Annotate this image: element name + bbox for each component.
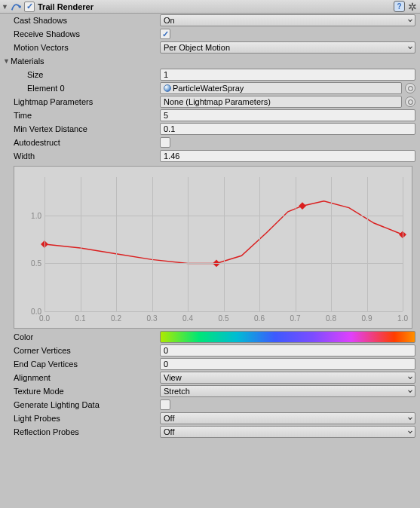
- cast-shadows-row: Cast Shadows On: [0, 14, 420, 27]
- materials-size-field[interactable]: 1: [160, 69, 415, 81]
- foldout-icon[interactable]: ▼: [2, 3, 9, 11]
- light-probes-row: Light Probes Off: [0, 412, 420, 425]
- alignment-select[interactable]: View: [160, 372, 415, 384]
- x-tick-label: 0.0: [39, 314, 50, 323]
- object-picker-icon[interactable]: [405, 83, 415, 93]
- alignment-label: Alignment: [14, 373, 160, 382]
- y-tick-label: 0.5: [31, 259, 41, 268]
- width-row: Width 1.46: [0, 149, 420, 163]
- generate-lighting-row: Generate Lighting Data: [0, 398, 420, 412]
- end-cap-vertices-label: End Cap Vertices: [14, 360, 160, 369]
- corner-vertices-field[interactable]: 0: [160, 344, 415, 357]
- color-gradient-field[interactable]: [160, 331, 415, 343]
- color-label: Color: [14, 332, 160, 341]
- svg-point-0: [19, 5, 22, 8]
- component-enabled-checkbox[interactable]: ✓: [24, 2, 35, 12]
- light-probes-select[interactable]: Off: [160, 412, 415, 424]
- width-curve-editor[interactable]: 0.00.51.00.00.10.20.30.40.50.60.70.80.91…: [14, 166, 412, 329]
- autodestruct-checkbox[interactable]: [160, 137, 170, 148]
- motion-vectors-value: Per Object Motion: [164, 43, 230, 52]
- width-field[interactable]: 1.46: [160, 150, 415, 162]
- texture-mode-value: Stretch: [164, 387, 190, 396]
- reflection-probes-row: Reflection Probes Off: [0, 425, 420, 439]
- component-header[interactable]: ▼ ✓ Trail Renderer ? ✲: [0, 0, 420, 14]
- alignment-row: Alignment View: [0, 371, 420, 384]
- receive-shadows-checkbox[interactable]: ✓: [160, 29, 170, 39]
- texture-mode-label: Texture Mode: [14, 387, 160, 396]
- cast-shadows-label: Cast Shadows: [14, 16, 160, 25]
- time-row: Time 5: [0, 109, 420, 122]
- reflection-probes-value: Off: [164, 427, 174, 436]
- autodestruct-label: Autodestruct: [14, 138, 160, 147]
- curve-key[interactable]: [299, 202, 306, 210]
- cast-shadows-value: On: [164, 16, 175, 25]
- corner-vertices-label: Corner Vertices: [14, 346, 160, 355]
- reflection-probes-label: Reflection Probes: [14, 427, 160, 436]
- lightmap-params-field[interactable]: None (Lightmap Parameters): [160, 96, 402, 108]
- motion-vectors-row: Motion Vectors Per Object Motion: [0, 41, 420, 54]
- material-icon: [164, 84, 171, 92]
- materials-size-row: Size 1: [0, 68, 420, 81]
- x-tick-label: 0.2: [111, 314, 121, 323]
- time-value: 5: [164, 111, 168, 120]
- end-cap-vertices-value: 0: [164, 360, 168, 369]
- x-tick-label: 0.6: [254, 314, 265, 323]
- texture-mode-select[interactable]: Stretch: [160, 385, 415, 397]
- materials-size-value: 1: [164, 70, 168, 79]
- reflection-probes-select[interactable]: Off: [160, 426, 415, 438]
- motion-vectors-select[interactable]: Per Object Motion: [160, 41, 415, 54]
- min-vertex-row: Min Vertex Distance 0.1: [0, 122, 420, 136]
- texture-mode-row: Texture Mode Stretch: [0, 384, 420, 398]
- corner-vertices-row: Corner Vertices 0: [0, 344, 420, 357]
- materials-size-label: Size: [27, 70, 160, 79]
- materials-element0-label: Element 0: [27, 84, 160, 93]
- receive-shadows-row: Receive Shadows ✓: [0, 27, 420, 41]
- light-probes-value: Off: [164, 414, 174, 423]
- materials-element0-field[interactable]: ParticleWaterSpray: [160, 82, 402, 94]
- motion-vectors-label: Motion Vectors: [14, 43, 160, 52]
- trail-renderer-icon: [11, 2, 21, 12]
- x-tick-label: 0.5: [219, 314, 229, 323]
- x-tick-label: 0.7: [290, 314, 301, 323]
- component-title: Trail Renderer: [38, 2, 394, 11]
- generate-lighting-checkbox[interactable]: [160, 399, 170, 410]
- lightmap-params-label: Lightmap Parameters: [14, 97, 160, 106]
- color-row: Color: [0, 330, 420, 344]
- materials-label: Materials: [11, 57, 44, 66]
- alignment-value: View: [164, 373, 182, 382]
- end-cap-vertices-field[interactable]: 0: [160, 358, 415, 370]
- x-tick-label: 0.4: [182, 314, 193, 323]
- width-label: Width: [14, 151, 160, 161]
- materials-element0-row: Element 0 ParticleWaterSpray: [0, 81, 420, 95]
- materials-foldout[interactable]: ▼ Materials: [0, 54, 420, 68]
- min-vertex-label: Min Vertex Distance: [14, 124, 160, 133]
- x-tick-label: 0.8: [326, 314, 336, 323]
- end-cap-vertices-row: End Cap Vertices 0: [0, 357, 420, 371]
- autodestruct-row: Autodestruct: [0, 136, 420, 149]
- y-tick-label: 1.0: [31, 211, 41, 219]
- time-field[interactable]: 5: [160, 109, 415, 121]
- min-vertex-field[interactable]: 0.1: [160, 123, 415, 135]
- width-value: 1.46: [164, 151, 179, 161]
- min-vertex-value: 0.1: [164, 124, 175, 133]
- lightmap-params-row: Lightmap Parameters None (Lightmap Param…: [0, 95, 420, 109]
- x-tick-label: 0.3: [147, 314, 158, 323]
- foldout-icon: ▼: [3, 57, 11, 65]
- receive-shadows-label: Receive Shadows: [14, 29, 160, 38]
- generate-lighting-label: Generate Lighting Data: [14, 400, 160, 409]
- x-tick-label: 1.0: [397, 314, 408, 323]
- gear-icon[interactable]: ✲: [408, 2, 417, 12]
- object-picker-icon[interactable]: [405, 96, 415, 107]
- corner-vertices-value: 0: [164, 346, 168, 355]
- materials-element0-value: ParticleWaterSpray: [173, 83, 244, 93]
- x-tick-label: 0.1: [75, 314, 86, 323]
- light-probes-label: Light Probes: [14, 414, 160, 423]
- time-label: Time: [14, 111, 160, 120]
- lightmap-params-value: None (Lightmap Parameters): [164, 96, 271, 107]
- help-icon[interactable]: ?: [394, 1, 405, 12]
- x-tick-label: 0.9: [362, 314, 372, 323]
- cast-shadows-select[interactable]: On: [160, 14, 415, 26]
